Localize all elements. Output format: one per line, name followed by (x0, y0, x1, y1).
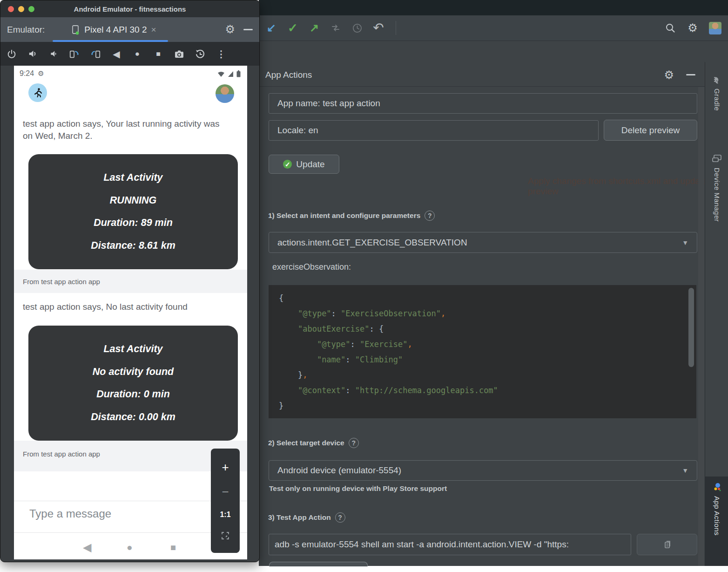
back-icon[interactable]: ◀ (111, 48, 122, 60)
mac-close-button[interactable] (8, 6, 14, 12)
tab-app-actions[interactable]: App Actions (705, 477, 728, 566)
update-button[interactable]: ✓ Update (269, 155, 339, 174)
history-clock-icon[interactable] (351, 22, 363, 34)
run-app-action-button-partial[interactable] (269, 562, 368, 566)
battery-icon (236, 70, 241, 77)
device-dropdown-caret-icon: ▼ (682, 467, 688, 474)
fit-to-screen-button[interactable] (221, 531, 230, 540)
locale-field[interactable]: Locale: en (269, 120, 599, 141)
user-photo-avatar (216, 84, 234, 103)
card-line: No activity found (28, 366, 238, 378)
settings-gear-icon[interactable]: ⚙ (687, 22, 699, 34)
caption-band-1: From test app action app (14, 270, 247, 293)
section-1-label: 1) Select an intent and configure parame… (268, 211, 435, 221)
device-dropdown-value: Android device (emulator-5554) (277, 465, 401, 476)
tab-gradle[interactable]: Gradle (705, 69, 728, 141)
tool-window-bar: Gradle Device Manager App Actions (705, 62, 728, 566)
mac-zoom-button[interactable] (28, 6, 34, 12)
section-3-help-icon[interactable]: ? (335, 512, 345, 523)
emulator-minimize-icon[interactable] (243, 29, 253, 30)
zoom-out-button[interactable]: − (222, 486, 229, 498)
code-line: }, (279, 368, 696, 383)
adb-command-value: adb -s emulator-5554 shell am start -a a… (275, 539, 569, 550)
status-bar-icons (217, 70, 241, 77)
ide-top-strip (259, 0, 728, 15)
toolbar-divider (396, 21, 396, 35)
assistant-message-1: test app action says, Your last running … (23, 118, 223, 142)
merge-icon[interactable] (330, 22, 342, 34)
panel-scrollbar[interactable] (698, 87, 704, 566)
user-avatar[interactable] (709, 22, 721, 34)
volume-up-icon[interactable] (27, 48, 38, 60)
copy-icon (662, 540, 672, 549)
overview-icon[interactable]: ■ (153, 48, 164, 60)
power-icon[interactable] (6, 48, 17, 60)
code-line: "aboutExercise": { (279, 321, 696, 337)
app-name-field[interactable]: App name: test app action (269, 93, 697, 114)
search-icon[interactable] (664, 22, 676, 34)
card-line: Last Activity (28, 343, 238, 355)
card-line: Duration: 89 min (28, 217, 238, 229)
pull-changes-icon[interactable]: ↙ (265, 22, 277, 34)
rotate-right-icon[interactable] (90, 48, 101, 60)
emulator-device-tab[interactable]: Pixel 4 API 30 2 × (55, 17, 172, 42)
emulator-window: Android Emulator - fitnessactions Emulat… (0, 0, 260, 562)
panel-title: App Actions (265, 70, 312, 80)
device-dropdown[interactable]: Android device (emulator-5554) ▼ (269, 460, 697, 481)
window-title: Android Emulator - fitnessactions (74, 5, 186, 13)
code-line: "@context": "http://schema.googleapis.co… (279, 383, 696, 398)
android-home-button[interactable]: ● (127, 542, 133, 553)
gradle-elephant-icon (711, 74, 722, 85)
code-line: "@type": "ExerciseObservation", (279, 306, 696, 321)
card-line: Distance: 8.61 km (28, 240, 238, 252)
card-source-caption-1: From test app action app (23, 278, 100, 286)
panel-minimize-icon[interactable] (686, 74, 695, 75)
runner-icon (32, 87, 43, 98)
tab-device-manager-label: Device Manager (713, 168, 721, 222)
android-studio-window: ↙ ✓ ↗ ↶ ⚙ App Action (259, 0, 728, 566)
android-recents-button[interactable]: ■ (170, 542, 176, 553)
undo-icon[interactable]: ↶ (372, 22, 384, 34)
section-2-text: 2) Select target device (268, 439, 344, 447)
commit-check-icon[interactable]: ✓ (287, 22, 299, 34)
mac-titlebar: Android Emulator - fitnessactions (0, 0, 259, 17)
emulator-toolbar: ◀ ● ■ ⋮ (0, 42, 259, 66)
section-2-help-icon[interactable]: ? (349, 438, 359, 448)
emulator-zoom-panel: + − 1:1 (211, 449, 240, 553)
emulator-label: Emulator: (7, 25, 45, 35)
intent-dropdown[interactable]: actions.intent.GET_EXERCISE_OBSERVATION … (269, 232, 697, 253)
intent-dropdown-caret-icon: ▼ (682, 239, 688, 246)
card-line: RUNNING (28, 195, 238, 206)
zoom-in-button[interactable]: + (222, 461, 229, 473)
mac-minimize-button[interactable] (18, 6, 24, 12)
device-tab-label: Pixel 4 API 30 2 (84, 25, 147, 35)
parameter-label: exerciseObservation: (272, 262, 351, 272)
tab-device-manager[interactable]: Device Manager (705, 148, 728, 262)
home-icon[interactable]: ● (132, 48, 143, 60)
device-tab-icon (71, 25, 80, 35)
wifi-icon (217, 71, 225, 77)
adb-command-field[interactable]: adb -s emulator-5554 shell am start -a a… (269, 534, 631, 555)
section-1-help-icon[interactable]: ? (425, 211, 435, 221)
message-input[interactable]: Type a message (29, 507, 111, 520)
android-back-button[interactable]: ◀ (83, 541, 91, 554)
more-options-icon[interactable]: ⋮ (216, 48, 227, 60)
emulator-settings-gear-icon[interactable]: ⚙ (225, 24, 235, 35)
snapshots-icon[interactable] (195, 48, 206, 60)
json-code[interactable]: { "@type": "ExerciseObservation", "about… (269, 285, 696, 418)
panel-gear-icon[interactable]: ⚙ (664, 69, 674, 81)
tab-close-icon[interactable]: × (151, 25, 156, 35)
delete-preview-button[interactable]: Delete preview (604, 120, 697, 141)
rotate-left-icon[interactable] (69, 48, 80, 60)
code-scrollbar-thumb[interactable] (688, 288, 694, 367)
delete-preview-label: Delete preview (621, 125, 680, 136)
main-toolbar: ↙ ✓ ↗ ↶ ⚙ (259, 15, 728, 41)
card-line: Last Activity (28, 172, 238, 184)
screenshot-camera-icon[interactable] (174, 48, 185, 60)
volume-down-icon[interactable] (48, 48, 59, 60)
push-changes-icon[interactable]: ↗ (308, 22, 320, 34)
zoom-reset-button[interactable]: 1:1 (220, 511, 230, 518)
code-line: "@type": "Exercise", (279, 337, 696, 352)
card-line: Duration: 0 min (28, 388, 238, 400)
copy-button[interactable] (637, 534, 697, 555)
